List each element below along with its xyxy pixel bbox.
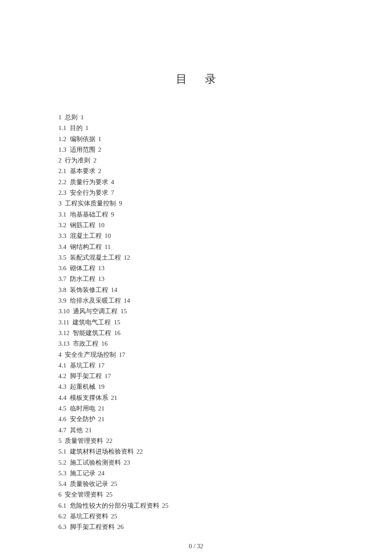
toc-entry-label: 施工记录 bbox=[70, 470, 95, 477]
toc-entry: 3.10 通风与空调工程 15 bbox=[58, 306, 349, 317]
toc-entry: 3.5 装配式混凝土工程 12 bbox=[58, 252, 349, 263]
toc-entry: 2.3 安全行为要求 7 bbox=[58, 188, 349, 198]
toc-entry-label: 质量行为要求 bbox=[70, 179, 108, 185]
toc-entry-page: 12 bbox=[124, 254, 130, 261]
toc-entry-label: 防水工程 bbox=[70, 275, 95, 282]
toc-entry-number: 3 bbox=[58, 200, 62, 207]
toc-entry-label: 临时用电 bbox=[70, 405, 95, 412]
toc-entry-page: 13 bbox=[98, 275, 104, 282]
toc-entry-page: 22 bbox=[136, 448, 143, 455]
toc-entry-number: 3.8 bbox=[58, 286, 66, 293]
page-footer: 0 / 32 bbox=[0, 543, 392, 550]
toc-entry-label: 安全管理资料 bbox=[65, 491, 103, 498]
toc-entry-label: 质量验收记录 bbox=[70, 480, 108, 487]
toc-entry-number: 2.2 bbox=[58, 179, 66, 185]
toc-entry-number: 4.3 bbox=[58, 383, 66, 390]
toc-entry: 5.2 施工试验检测资料 23 bbox=[58, 457, 349, 468]
toc-entry-number: 4.7 bbox=[58, 427, 66, 434]
toc-entry-number: 4.4 bbox=[58, 394, 66, 401]
toc-entry: 2.1 基本要求 2 bbox=[58, 166, 349, 176]
toc-entry-number: 3.10 bbox=[58, 308, 69, 315]
toc-entry-page: 2 bbox=[93, 157, 97, 164]
toc-entry: 4.6 安全防护 21 bbox=[58, 414, 349, 425]
toc-entry: 5 质量管理资料 22 bbox=[58, 436, 349, 446]
toc-entry: 3.12 智能建筑工程 16 bbox=[58, 328, 349, 338]
toc-entry-page: 22 bbox=[106, 437, 112, 444]
toc-entry-number: 6.2 bbox=[58, 513, 66, 520]
toc-entry-number: 3.11 bbox=[58, 319, 69, 326]
toc-entry-number: 5.3 bbox=[58, 470, 66, 477]
toc-entry-label: 总则 bbox=[65, 114, 78, 121]
toc-entry-label: 危险性较大的分部分项工程资料 bbox=[70, 502, 159, 509]
toc-entry-label: 脚手架工程资料 bbox=[70, 523, 115, 530]
toc-entry-label: 适用范围 bbox=[70, 146, 95, 153]
toc-entry: 4.4 模板支撑体系 21 bbox=[58, 393, 349, 403]
toc-entry-number: 5.2 bbox=[58, 459, 66, 466]
toc-container: 1 总则 11.1 目的 11.2 编制依据 11.3 适用范围 22 行为准则… bbox=[0, 112, 392, 533]
toc-entry-page: 24 bbox=[98, 470, 104, 477]
toc-entry-label: 基坑工程 bbox=[70, 362, 95, 369]
toc-entry-label: 工程实体质量控制 bbox=[65, 200, 116, 207]
toc-entry-number: 4 bbox=[58, 351, 62, 358]
toc-entry-number: 3.4 bbox=[58, 243, 66, 250]
toc-entry-label: 建筑电气工程 bbox=[72, 319, 111, 326]
toc-entry-page: 21 bbox=[98, 416, 104, 422]
toc-entry-label: 编制依据 bbox=[70, 136, 95, 142]
toc-entry: 3.8 装饰装修工程 14 bbox=[58, 285, 349, 295]
toc-entry: 3.2 钢筋工程 10 bbox=[58, 220, 349, 231]
toc-entry-label: 市政工程 bbox=[73, 340, 98, 347]
toc-entry: 6.2 基坑工程资料 25 bbox=[58, 511, 349, 522]
toc-entry-page: 16 bbox=[101, 340, 108, 347]
toc-entry: 1.2 编制依据 1 bbox=[58, 134, 349, 145]
toc-entry-number: 5.1 bbox=[58, 448, 66, 455]
toc-entry-label: 砌体工程 bbox=[70, 265, 95, 272]
toc-entry-page: 16 bbox=[114, 330, 121, 336]
toc-entry-label: 安全行为要求 bbox=[70, 189, 108, 196]
toc-entry-page: 25 bbox=[162, 502, 168, 509]
toc-entry-page: 23 bbox=[124, 459, 130, 466]
toc-entry-page: 17 bbox=[98, 362, 104, 369]
toc-entry-number: 5 bbox=[58, 437, 62, 444]
toc-entry-page: 13 bbox=[98, 265, 104, 272]
toc-entry-label: 安全生产现场控制 bbox=[65, 351, 116, 358]
toc-entry: 3.4 钢结构工程 11 bbox=[58, 242, 349, 252]
toc-entry: 4 安全生产现场控制 17 bbox=[58, 350, 349, 360]
toc-entry-number: 4.2 bbox=[58, 373, 66, 379]
toc-entry-page: 9 bbox=[119, 200, 122, 207]
toc-entry-page: 9 bbox=[111, 211, 114, 218]
toc-entry-page: 17 bbox=[119, 351, 125, 358]
toc-entry-number: 3.5 bbox=[58, 254, 66, 261]
toc-entry-number: 1.1 bbox=[58, 124, 66, 131]
toc-entry: 4.1 基坑工程 17 bbox=[58, 360, 349, 371]
toc-entry-number: 3.9 bbox=[58, 297, 66, 304]
toc-entry-page: 7 bbox=[111, 189, 114, 196]
toc-entry: 5.1 建筑材料进场检验资料 22 bbox=[58, 446, 349, 457]
toc-entry-label: 装配式混凝土工程 bbox=[70, 254, 121, 261]
toc-entry-number: 4.6 bbox=[58, 416, 66, 422]
toc-entry-page: 26 bbox=[117, 523, 124, 530]
toc-entry-label: 模板支撑体系 bbox=[70, 394, 108, 401]
toc-entry-number: 2.1 bbox=[58, 168, 66, 174]
toc-entry-label: 基本要求 bbox=[70, 168, 95, 174]
toc-entry-page: 17 bbox=[104, 373, 111, 379]
toc-entry-label: 地基基础工程 bbox=[70, 211, 108, 218]
toc-entry-label: 施工试验检测资料 bbox=[70, 459, 121, 466]
toc-entry-number: 3.13 bbox=[58, 340, 69, 347]
toc-entry-label: 安全防护 bbox=[70, 416, 95, 422]
toc-entry: 6 安全管理资料 25 bbox=[58, 489, 349, 500]
toc-entry: 2.2 质量行为要求 4 bbox=[58, 177, 349, 188]
toc-entry-label: 建筑材料进场检验资料 bbox=[70, 448, 134, 455]
toc-entry: 1.3 适用范围 2 bbox=[58, 145, 349, 155]
toc-entry-page: 15 bbox=[114, 319, 120, 326]
toc-entry: 4.7 其他 21 bbox=[58, 425, 349, 436]
toc-entry-label: 目的 bbox=[70, 124, 83, 131]
toc-entry-label: 智能建筑工程 bbox=[73, 330, 111, 336]
toc-entry: 3.11 建筑电气工程 15 bbox=[58, 317, 349, 328]
toc-entry-label: 其他 bbox=[70, 427, 83, 434]
toc-entry-label: 钢筋工程 bbox=[70, 222, 95, 228]
toc-entry-label: 给排水及采暖工程 bbox=[70, 297, 121, 304]
toc-entry-number: 4.1 bbox=[58, 362, 66, 369]
toc-entry: 3 工程实体质量控制 9 bbox=[58, 198, 349, 209]
toc-entry: 5.3 施工记录 24 bbox=[58, 468, 349, 479]
toc-entry-label: 装饰装修工程 bbox=[70, 286, 108, 293]
